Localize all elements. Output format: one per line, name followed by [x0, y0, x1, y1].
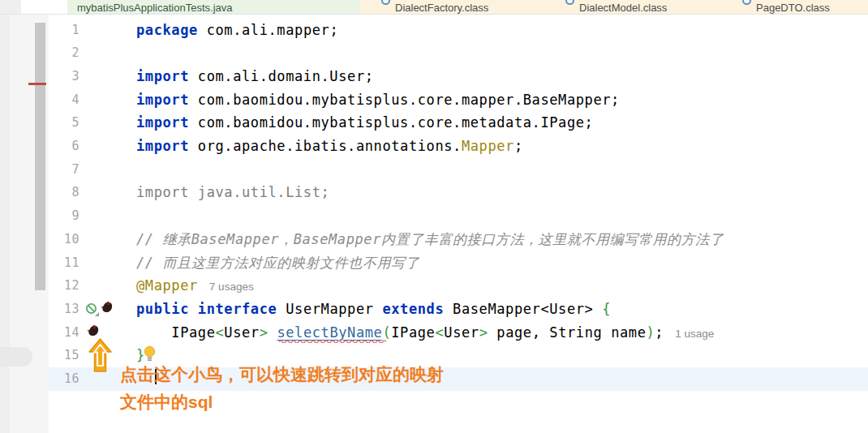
tab-label: PageDTO.class [756, 2, 830, 14]
lightbulb-icon[interactable] [143, 345, 157, 362]
tabbar-left-stub [0, 0, 21, 15]
up-arrow-icon [88, 338, 113, 372]
line-number[interactable]: 15 [49, 344, 79, 367]
line-number[interactable]: 1 [49, 19, 79, 42]
annotation-text: 文件中的sql [120, 391, 213, 414]
tab-label: mybatisPlusApplicationTests.java [77, 2, 232, 14]
horizontal-scrollbar-thumb[interactable] [0, 347, 32, 367]
code-editor[interactable]: 12345678910111213141516 package com.ali.… [49, 15, 868, 433]
code-line[interactable]: // 而且这里方法对应的映射文件也不用写了 [136, 251, 419, 275]
line-number[interactable]: 12 [49, 274, 79, 298]
code-line[interactable]: import com.baomidou.mybatisplus.core.map… [136, 88, 620, 112]
line-number[interactable]: 16 [49, 367, 79, 391]
line-number[interactable]: 13 [49, 298, 79, 321]
tab-dialect-factory[interactable]: DialectFactory.class [359, 0, 546, 15]
tab-test-file[interactable]: mybatisPlusApplicationTests.java [67, 0, 359, 15]
code-line[interactable]: @Mapper7 usages [136, 274, 254, 298]
panel-divider [0, 15, 10, 433]
line-number[interactable]: 6 [49, 135, 79, 158]
code-line[interactable]: import java.util.List; [136, 181, 329, 204]
code-line[interactable]: package com.ali.mapper; [136, 19, 338, 42]
class-icon [565, 0, 574, 5]
line-number[interactable]: 3 [49, 65, 79, 88]
ide-window: mybatisPlusApplicationTests.java Dialect… [0, 0, 868, 433]
left-panel-edge [0, 15, 49, 433]
mybatis-bird-icon[interactable] [99, 300, 114, 315]
usages-inlay-hint[interactable]: 1 usage [675, 322, 714, 345]
editor-tab-bar: mybatisPlusApplicationTests.java Dialect… [0, 0, 868, 15]
code-line[interactable]: // 继承BaseMapper，BaseMapper内置了丰富的接口方法，这里就… [136, 228, 724, 251]
tab-label: DialectFactory.class [395, 2, 488, 14]
tab-page-dto[interactable]: PageDTO.class [726, 0, 868, 15]
vcs-change-marker [28, 83, 46, 85]
scrollbar-thumb[interactable] [35, 23, 45, 290]
mybatis-bird-icon[interactable] [85, 324, 101, 339]
code-line[interactable]: public interface UserMapper extends Base… [136, 298, 611, 321]
line-number[interactable]: 9 [49, 204, 79, 228]
line-number[interactable]: 10 [49, 228, 79, 251]
line-number[interactable]: 2 [49, 41, 79, 65]
code-line[interactable]: import com.ali.domain.User; [136, 65, 374, 88]
tab-label: DialectModel.class [579, 2, 667, 14]
line-number[interactable]: 4 [49, 88, 79, 112]
line-number[interactable]: 8 [49, 181, 79, 204]
code-line[interactable]: IPage<User> selectByName(IPage<User> pag… [136, 321, 714, 345]
line-number[interactable]: 11 [49, 251, 79, 275]
error-squiggle [279, 339, 386, 343]
class-icon [742, 0, 751, 5]
class-icon [381, 0, 390, 5]
tab-dialect-model[interactable]: DialectModel.class [546, 0, 726, 15]
code-line[interactable]: import com.baomidou.mybatisplus.core.met… [136, 111, 593, 135]
line-number[interactable]: 5 [49, 111, 79, 135]
line-number[interactable]: 14 [49, 321, 79, 345]
usages-inlay-hint[interactable]: 7 usages [209, 275, 254, 298]
line-number[interactable]: 7 [49, 158, 79, 182]
annotation-text: 点击这个小鸟，可以快速跳转到对应的映射 [120, 363, 444, 386]
code-line[interactable]: import org.apache.ibatis.annotations.Map… [136, 135, 523, 158]
